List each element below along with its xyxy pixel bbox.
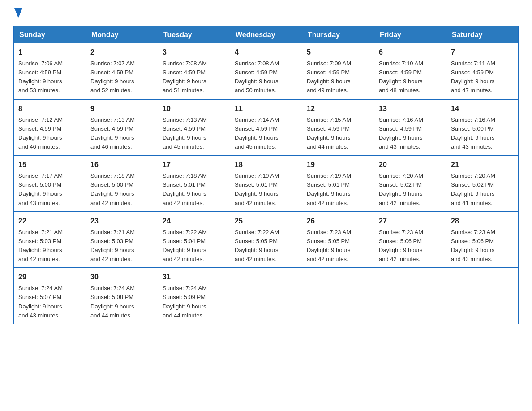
- calendar-cell: 26Sunrise: 7:23 AMSunset: 5:05 PMDayligh…: [302, 212, 374, 268]
- calendar-cell: 28Sunrise: 7:23 AMSunset: 5:06 PMDayligh…: [446, 212, 519, 268]
- svg-marker-0: [14, 8, 22, 18]
- day-number: 2: [90, 47, 153, 58]
- calendar-cell: [230, 268, 302, 324]
- day-number: 1: [18, 47, 81, 58]
- day-info: Sunrise: 7:23 AMSunset: 5:06 PMDaylight:…: [379, 229, 423, 262]
- day-info: Sunrise: 7:11 AMSunset: 4:59 PMDaylight:…: [451, 60, 495, 94]
- day-info: Sunrise: 7:13 AMSunset: 4:59 PMDaylight:…: [163, 116, 207, 150]
- day-number: 21: [451, 159, 514, 170]
- day-info: Sunrise: 7:19 AMSunset: 5:01 PMDaylight:…: [235, 172, 279, 206]
- calendar-cell: 29Sunrise: 7:24 AMSunset: 5:07 PMDayligh…: [14, 268, 86, 324]
- day-number: 10: [163, 103, 225, 114]
- calendar-cell: 7Sunrise: 7:11 AMSunset: 4:59 PMDaylight…: [446, 43, 519, 99]
- calendar-cell: 10Sunrise: 7:13 AMSunset: 4:59 PMDayligh…: [158, 99, 230, 156]
- day-info: Sunrise: 7:24 AMSunset: 5:08 PMDaylight:…: [90, 285, 135, 318]
- calendar-cell: 13Sunrise: 7:16 AMSunset: 4:59 PMDayligh…: [374, 99, 446, 156]
- calendar-table: SundayMondayTuesdayWednesdayThursdayFrid…: [13, 26, 519, 324]
- calendar-cell: 14Sunrise: 7:16 AMSunset: 5:00 PMDayligh…: [446, 99, 519, 156]
- logo: [13, 9, 22, 18]
- day-info: Sunrise: 7:12 AMSunset: 4:59 PMDaylight:…: [18, 116, 63, 150]
- calendar-week-row: 8Sunrise: 7:12 AMSunset: 4:59 PMDaylight…: [14, 99, 519, 156]
- calendar-cell: 3Sunrise: 7:08 AMSunset: 4:59 PMDaylight…: [158, 43, 230, 99]
- day-number: 15: [18, 159, 81, 170]
- day-info: Sunrise: 7:20 AMSunset: 5:02 PMDaylight:…: [379, 172, 423, 206]
- day-number: 5: [307, 47, 369, 58]
- header-cell-tuesday: Tuesday: [158, 26, 230, 44]
- calendar-cell: 12Sunrise: 7:15 AMSunset: 4:59 PMDayligh…: [302, 99, 374, 156]
- header-cell-monday: Monday: [86, 26, 158, 44]
- day-number: 17: [163, 159, 225, 170]
- day-number: 4: [235, 47, 297, 58]
- calendar-cell: 2Sunrise: 7:07 AMSunset: 4:59 PMDaylight…: [86, 43, 158, 99]
- day-info: Sunrise: 7:15 AMSunset: 4:59 PMDaylight:…: [307, 116, 351, 150]
- calendar-cell: 20Sunrise: 7:20 AMSunset: 5:02 PMDayligh…: [374, 155, 446, 212]
- day-info: Sunrise: 7:06 AMSunset: 4:59 PMDaylight:…: [18, 60, 63, 94]
- day-number: 7: [451, 47, 514, 58]
- day-info: Sunrise: 7:14 AMSunset: 4:59 PMDaylight:…: [235, 116, 279, 150]
- calendar-cell: [446, 268, 519, 324]
- calendar-cell: 21Sunrise: 7:20 AMSunset: 5:02 PMDayligh…: [446, 155, 519, 212]
- header-cell-thursday: Thursday: [302, 26, 374, 44]
- day-info: Sunrise: 7:13 AMSunset: 4:59 PMDaylight:…: [90, 116, 135, 150]
- day-number: 20: [379, 159, 442, 170]
- day-number: 13: [379, 103, 442, 114]
- day-number: 28: [451, 216, 514, 227]
- day-info: Sunrise: 7:24 AMSunset: 5:09 PMDaylight:…: [163, 285, 207, 318]
- header-cell-wednesday: Wednesday: [230, 26, 302, 44]
- calendar-cell: 1Sunrise: 7:06 AMSunset: 4:59 PMDaylight…: [14, 43, 86, 99]
- calendar-cell: 11Sunrise: 7:14 AMSunset: 4:59 PMDayligh…: [230, 99, 302, 156]
- day-number: 26: [307, 216, 369, 227]
- calendar-cell: 5Sunrise: 7:09 AMSunset: 4:59 PMDaylight…: [302, 43, 374, 99]
- day-info: Sunrise: 7:10 AMSunset: 4:59 PMDaylight:…: [379, 60, 423, 94]
- calendar-cell: [374, 268, 446, 324]
- day-info: Sunrise: 7:16 AMSunset: 4:59 PMDaylight:…: [379, 116, 423, 150]
- calendar-cell: 17Sunrise: 7:18 AMSunset: 5:01 PMDayligh…: [158, 155, 230, 212]
- header-cell-saturday: Saturday: [446, 26, 519, 44]
- calendar-cell: 9Sunrise: 7:13 AMSunset: 4:59 PMDaylight…: [86, 99, 158, 156]
- day-info: Sunrise: 7:07 AMSunset: 4:59 PMDaylight:…: [90, 60, 135, 94]
- day-number: 31: [163, 272, 225, 283]
- day-info: Sunrise: 7:21 AMSunset: 5:03 PMDaylight:…: [90, 229, 135, 262]
- calendar-week-row: 15Sunrise: 7:17 AMSunset: 5:00 PMDayligh…: [14, 155, 519, 212]
- day-number: 12: [307, 103, 369, 114]
- day-info: Sunrise: 7:16 AMSunset: 5:00 PMDaylight:…: [451, 116, 495, 150]
- day-number: 14: [451, 103, 514, 114]
- day-number: 30: [90, 272, 153, 283]
- calendar-cell: 23Sunrise: 7:21 AMSunset: 5:03 PMDayligh…: [86, 212, 158, 268]
- calendar-cell: 19Sunrise: 7:19 AMSunset: 5:01 PMDayligh…: [302, 155, 374, 212]
- calendar-week-row: 1Sunrise: 7:06 AMSunset: 4:59 PMDaylight…: [14, 43, 519, 99]
- page-header: [13, 9, 519, 18]
- day-number: 3: [163, 47, 225, 58]
- day-number: 16: [90, 159, 153, 170]
- calendar-cell: 25Sunrise: 7:22 AMSunset: 5:05 PMDayligh…: [230, 212, 302, 268]
- day-number: 6: [379, 47, 442, 58]
- day-number: 23: [90, 216, 153, 227]
- day-info: Sunrise: 7:21 AMSunset: 5:03 PMDaylight:…: [18, 229, 63, 262]
- header-cell-sunday: Sunday: [14, 26, 86, 44]
- day-number: 24: [163, 216, 225, 227]
- day-info: Sunrise: 7:23 AMSunset: 5:06 PMDaylight:…: [451, 229, 495, 262]
- day-info: Sunrise: 7:19 AMSunset: 5:01 PMDaylight:…: [307, 172, 351, 206]
- calendar-body: 1Sunrise: 7:06 AMSunset: 4:59 PMDaylight…: [14, 43, 519, 324]
- day-number: 27: [379, 216, 442, 227]
- day-info: Sunrise: 7:09 AMSunset: 4:59 PMDaylight:…: [307, 60, 351, 94]
- calendar-cell: 18Sunrise: 7:19 AMSunset: 5:01 PMDayligh…: [230, 155, 302, 212]
- calendar-cell: 31Sunrise: 7:24 AMSunset: 5:09 PMDayligh…: [158, 268, 230, 324]
- day-info: Sunrise: 7:22 AMSunset: 5:05 PMDaylight:…: [235, 229, 279, 262]
- logo-triangle-icon: [14, 8, 22, 18]
- day-number: 19: [307, 159, 369, 170]
- calendar-cell: 8Sunrise: 7:12 AMSunset: 4:59 PMDaylight…: [14, 99, 86, 156]
- day-info: Sunrise: 7:08 AMSunset: 4:59 PMDaylight:…: [163, 60, 207, 94]
- day-info: Sunrise: 7:17 AMSunset: 5:00 PMDaylight:…: [18, 172, 63, 206]
- day-number: 25: [235, 216, 297, 227]
- calendar-cell: 15Sunrise: 7:17 AMSunset: 5:00 PMDayligh…: [14, 155, 86, 212]
- calendar-cell: 24Sunrise: 7:22 AMSunset: 5:04 PMDayligh…: [158, 212, 230, 268]
- calendar-header: SundayMondayTuesdayWednesdayThursdayFrid…: [14, 26, 519, 44]
- day-info: Sunrise: 7:23 AMSunset: 5:05 PMDaylight:…: [307, 229, 351, 262]
- day-info: Sunrise: 7:20 AMSunset: 5:02 PMDaylight:…: [451, 172, 495, 206]
- calendar-cell: [302, 268, 374, 324]
- header-row: SundayMondayTuesdayWednesdayThursdayFrid…: [14, 26, 519, 44]
- day-number: 29: [18, 272, 81, 283]
- day-info: Sunrise: 7:22 AMSunset: 5:04 PMDaylight:…: [163, 229, 207, 262]
- day-info: Sunrise: 7:18 AMSunset: 5:01 PMDaylight:…: [163, 172, 207, 206]
